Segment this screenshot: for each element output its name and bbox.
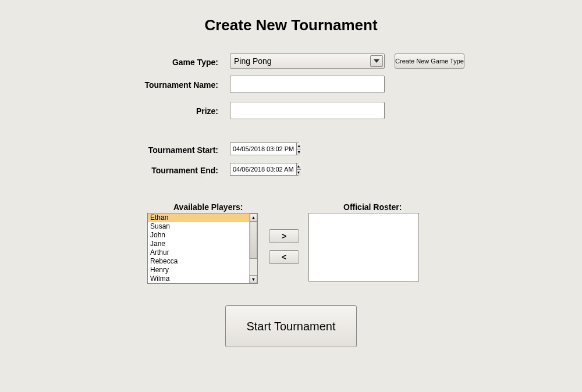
create-game-type-button[interactable]: Create New Game Type — [395, 54, 464, 69]
prize-input[interactable] — [230, 102, 385, 119]
spinner-up-icon[interactable]: ▲ — [297, 163, 301, 169]
list-item[interactable]: Susan — [148, 222, 249, 231]
chevron-down-icon[interactable] — [370, 55, 383, 67]
label-tournament-name: Tournament Name: — [116, 80, 218, 90]
spinner-down-icon[interactable]: ▼ — [297, 149, 301, 155]
tournament-end-spinner[interactable]: 04/06/2018 03:02 AM ▲ ▼ — [230, 163, 299, 176]
tournament-start-value: 04/05/2018 03:02 PM — [230, 145, 296, 152]
scroll-down-icon[interactable]: ▼ — [250, 275, 257, 283]
available-players-list[interactable]: EthanSusanJohnJaneArthurRebeccaHenryWilm… — [147, 213, 258, 284]
label-official-roster: Official Roster: — [343, 202, 402, 212]
spinner-up-icon[interactable]: ▲ — [297, 143, 301, 149]
game-type-selected: Ping Pong — [234, 56, 272, 66]
label-tournament-end: Tournament End: — [116, 166, 218, 175]
tournament-start-spinner[interactable]: 04/05/2018 03:02 PM ▲ ▼ — [230, 142, 299, 155]
list-item[interactable]: Arthur — [148, 248, 249, 257]
tournament-end-value: 04/06/2018 03:02 AM — [230, 166, 296, 173]
scrollbar[interactable]: ▲ ▼ — [249, 213, 257, 283]
start-tournament-button[interactable]: Start Tournament — [225, 305, 357, 347]
official-roster-list[interactable] — [308, 213, 419, 281]
list-item[interactable]: Rebecca — [148, 257, 249, 266]
label-tournament-start: Tournament Start: — [116, 145, 218, 155]
label-prize: Prize: — [116, 106, 218, 116]
label-available-players: Available Players: — [173, 202, 243, 212]
list-item[interactable]: John — [148, 231, 249, 240]
scroll-thumb[interactable] — [250, 222, 257, 259]
label-game-type: Game Type: — [116, 58, 218, 67]
scroll-up-icon[interactable]: ▲ — [250, 213, 257, 222]
page-title: Create New Tournament — [0, 16, 582, 34]
tournament-name-input[interactable] — [230, 76, 385, 93]
list-item[interactable]: Wilma — [148, 275, 249, 283]
list-item[interactable]: Ethan — [148, 213, 249, 222]
list-item[interactable]: Jane — [148, 240, 249, 248]
move-right-button[interactable]: > — [269, 229, 299, 243]
spinner-down-icon[interactable]: ▼ — [297, 169, 301, 176]
list-item[interactable]: Henry — [148, 266, 249, 275]
move-left-button[interactable]: < — [269, 250, 299, 264]
game-type-dropdown[interactable]: Ping Pong — [230, 54, 385, 69]
svg-marker-0 — [374, 59, 379, 63]
